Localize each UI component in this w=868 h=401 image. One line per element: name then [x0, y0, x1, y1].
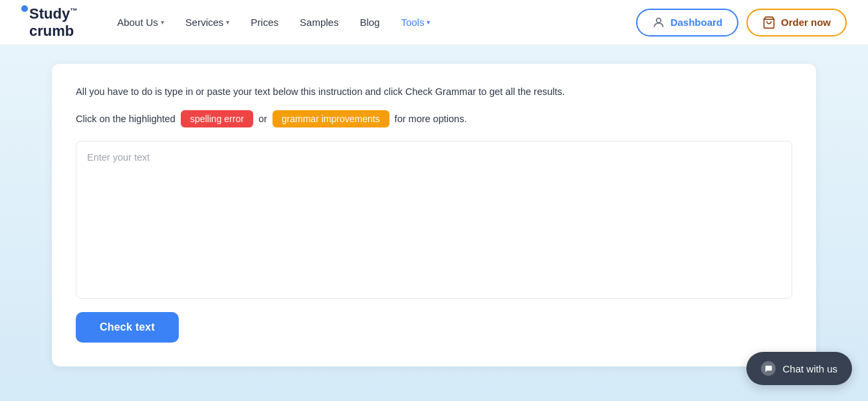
chevron-down-icon: ▾	[427, 19, 430, 26]
main-nav: About Us ▾ Services ▾ Prices Samples Blo…	[109, 11, 636, 33]
grammar-checker-card: All you have to do is type in or paste y…	[52, 64, 816, 366]
user-icon	[652, 16, 665, 29]
chat-label: Chat with us	[782, 363, 837, 374]
nav-buttons: Dashboard Order now	[636, 9, 847, 37]
nav-item-tools[interactable]: Tools ▾	[393, 11, 438, 33]
or-label: or	[259, 114, 267, 124]
nav-item-services[interactable]: Services ▾	[177, 11, 238, 33]
dashboard-button[interactable]: Dashboard	[636, 9, 738, 37]
badge-row-suffix: for more options.	[395, 114, 467, 124]
header: Study™ crumb About Us ▾ Services ▾ Price…	[0, 0, 868, 45]
spelling-error-badge[interactable]: spelling error	[181, 110, 253, 127]
nav-item-samples[interactable]: Samples	[292, 11, 346, 33]
logo-dot	[21, 5, 28, 12]
chat-widget[interactable]: Chat with us	[746, 352, 852, 385]
chevron-down-icon: ▾	[226, 19, 229, 26]
svg-point-0	[656, 18, 661, 23]
nav-item-about-us[interactable]: About Us ▾	[109, 11, 172, 33]
badge-row-prefix: Click on the highlighted	[76, 114, 175, 124]
nav-item-blog[interactable]: Blog	[352, 11, 387, 33]
grammar-improvements-badge[interactable]: grammar improvements	[272, 110, 389, 127]
check-text-button[interactable]: Check text	[76, 312, 179, 343]
bottom-bar: Check text	[76, 312, 792, 343]
nav-item-prices[interactable]: Prices	[243, 11, 286, 33]
instruction-text: All you have to do is type in or paste y…	[76, 85, 792, 100]
order-now-button[interactable]: Order now	[746, 9, 847, 37]
badge-row: Click on the highlighted spelling error …	[76, 110, 792, 127]
main-content: All you have to do is type in or paste y…	[0, 45, 868, 401]
text-input-wrapper[interactable]	[76, 141, 792, 299]
chat-bubble-icon	[761, 361, 776, 376]
logo-text: Study™ crumb	[29, 5, 77, 39]
chat-icon	[764, 364, 773, 373]
logo[interactable]: Study™ crumb	[21, 5, 77, 39]
chevron-down-icon: ▾	[161, 19, 164, 26]
text-input[interactable]	[87, 152, 781, 285]
cart-icon	[762, 16, 776, 29]
